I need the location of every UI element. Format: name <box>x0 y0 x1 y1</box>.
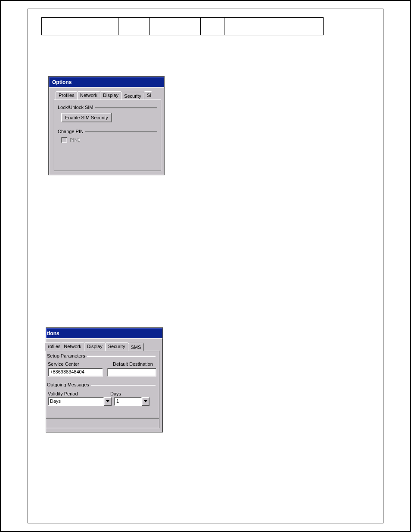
service-center-input[interactable]: +886938348404 <box>48 368 103 376</box>
tab-network[interactable]: Network <box>77 91 100 100</box>
tab-display[interactable]: Display <box>84 342 106 351</box>
security-panel: Lock/Unlock SIM Enable SIM Security Chan… <box>54 100 161 171</box>
svg-marker-1 <box>144 400 147 402</box>
tab-profiles[interactable]: Profiles <box>56 91 78 100</box>
pin1-checkbox: PIN1 <box>61 137 80 143</box>
days-select[interactable]: 1 <box>114 397 149 406</box>
window-title: Options <box>49 77 164 87</box>
options-tabs-sms: rofiles Network Display Security SMS <box>45 342 159 351</box>
group-change-pin: Change PIN PIN1 <box>58 128 157 146</box>
validity-period-value: Days <box>48 397 104 406</box>
tab-display[interactable]: Display <box>100 91 121 100</box>
options-tabs: Profiles Network Display Security SI <box>56 91 161 100</box>
validity-period-select[interactable]: Days <box>48 397 112 406</box>
status-bar <box>46 418 159 428</box>
group-setup-parameters: Setup Parameters Service Center Default … <box>47 353 156 378</box>
window-title: tions <box>46 328 162 338</box>
service-center-label: Service Center <box>48 361 98 367</box>
tab-profiles-partial[interactable]: rofiles <box>45 342 61 351</box>
enable-sim-security-button[interactable]: Enable SIM Security <box>61 113 112 122</box>
tab-sms[interactable]: SMS <box>128 343 144 351</box>
sms-panel: Setup Parameters Service Center Default … <box>46 351 159 428</box>
group-label: Lock/Unlock SIM <box>58 105 95 110</box>
chevron-down-icon[interactable] <box>142 397 149 406</box>
days-label: Days <box>110 391 121 396</box>
group-label: Outgoing Messages <box>47 382 91 387</box>
group-outgoing-messages: Outgoing Messages Validity Period Days D… <box>47 382 156 408</box>
validity-period-label: Validity Period <box>48 391 78 396</box>
group-label: Setup Parameters <box>47 353 87 358</box>
tab-security[interactable]: Security <box>105 342 128 351</box>
default-destination-input[interactable] <box>107 368 156 376</box>
group-label: Change PIN <box>58 129 85 134</box>
tab-partial[interactable]: SI <box>144 91 152 100</box>
doc-header-table <box>41 17 324 35</box>
group-lock-unlock-sim: Lock/Unlock SIM Enable SIM Security <box>58 104 157 124</box>
chevron-down-icon[interactable] <box>104 397 112 406</box>
options-window-security: Options Profiles Network Display Securit… <box>48 76 165 175</box>
options-window-sms: tions rofiles Network Display Security S… <box>46 327 163 432</box>
pin1-label: PIN1 <box>70 137 80 143</box>
tab-network[interactable]: Network <box>61 342 84 351</box>
days-value: 1 <box>114 397 142 406</box>
default-destination-label: Default Destination <box>103 361 154 367</box>
checkbox-icon <box>61 137 67 143</box>
tab-security[interactable]: Security <box>121 92 144 100</box>
svg-marker-0 <box>106 400 109 402</box>
